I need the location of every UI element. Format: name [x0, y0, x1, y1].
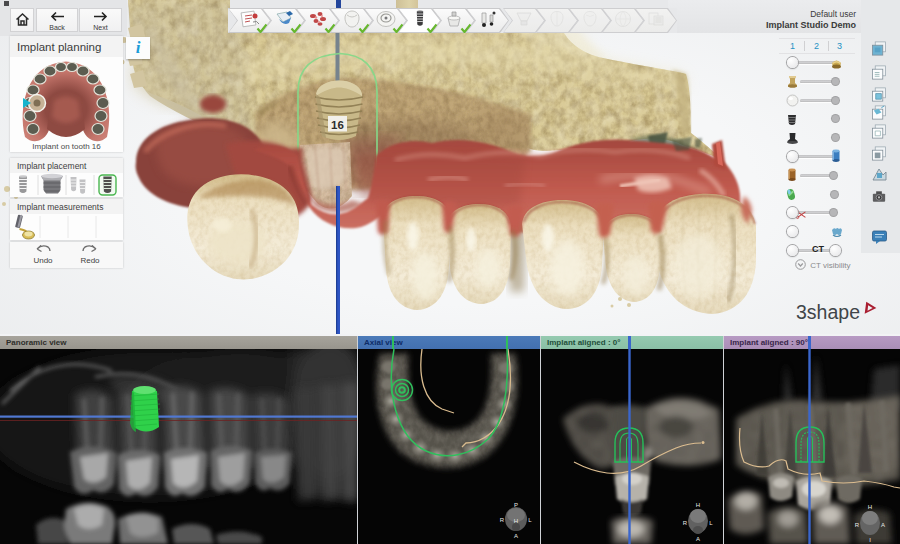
svg-text:16: 16	[331, 119, 344, 131]
svg-text:A: A	[696, 536, 700, 542]
svg-text:P: P	[514, 502, 518, 508]
svg-text:H: H	[514, 518, 518, 524]
svg-text:R: R	[683, 520, 688, 526]
svg-text:H: H	[696, 502, 700, 508]
svg-text:Redo: Redo	[80, 256, 100, 265]
svg-text:R: R	[500, 517, 505, 523]
svg-text:R: R	[855, 522, 860, 528]
svg-text:A: A	[514, 533, 518, 539]
svg-text:A: A	[881, 522, 885, 528]
svg-text:Undo: Undo	[33, 256, 53, 265]
svg-text:H: H	[868, 504, 872, 510]
